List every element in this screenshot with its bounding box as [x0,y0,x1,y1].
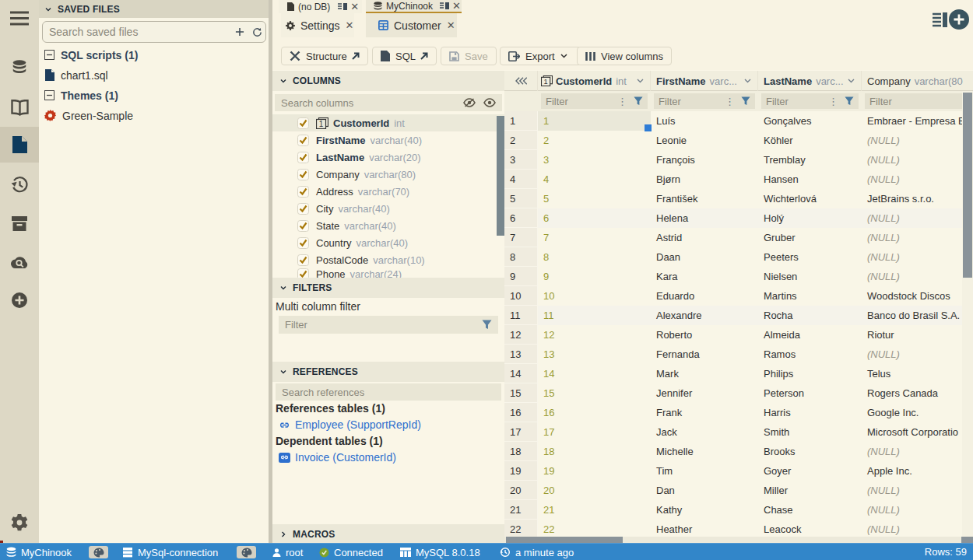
svg-text:1: 1 [543,78,547,86]
svg-text:1: 1 [319,120,324,128]
